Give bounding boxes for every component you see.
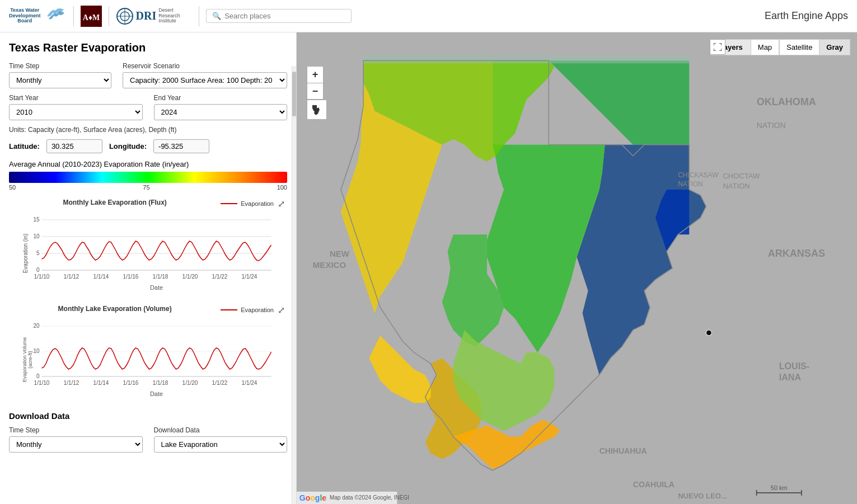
svg-text:A♦M: A♦M [82,13,99,22]
app-title: Earth Engine Apps [765,10,848,22]
end-year-select[interactable]: 2024 [154,104,288,120]
tamu-logo: A♦M [81,6,102,27]
svg-text:5: 5 [36,250,40,256]
svg-text:1/1/16: 1/1/16 [123,274,139,280]
header: Texas Water Development Board A♦M [0,0,857,32]
units-text: Units: Capacity (acre-ft), Surface Area … [9,126,287,134]
zoom-controls: + − [307,66,324,100]
svg-text:NEW: NEW [330,249,350,258]
svg-text:ARKANSAS: ARKANSAS [768,248,825,259]
fullscreen-button[interactable] [710,39,725,55]
logo-separator-3 [199,6,199,26]
chart1-expand-button[interactable]: ⤢ [275,199,287,209]
download-time-step-select[interactable]: Monthly [9,436,143,453]
svg-text:Date: Date [150,284,163,291]
svg-point-59 [706,330,711,336]
colorbar-section: Average Annual (2010-2023) Evaporation R… [9,160,287,191]
download-data-select[interactable]: Lake Evaporation [154,436,288,453]
svg-text:(acre-ft): (acre-ft) [27,351,33,369]
colorbar-labels: 50 75 100 [9,184,287,191]
download-time-step-label: Time Step [9,426,143,434]
chart2-title: Monthly Lake Evaporation (Volume) [9,305,221,313]
search-bar[interactable]: 🔍 [206,9,352,23]
twdb-logo: Texas Water Development Board [9,5,67,27]
map-type-satellite-button[interactable]: Satellite [779,39,819,55]
svg-text:1/1/10: 1/1/10 [34,380,50,386]
download-form-row: Time Step Monthly Download Data Lake Eva… [9,426,287,453]
header-logos: Texas Water Development Board A♦M [9,5,352,27]
start-year-label: Start Year [9,94,143,102]
svg-text:1/1/10: 1/1/10 [34,274,50,280]
end-year-group: End Year 2024 [154,94,288,120]
svg-text:1/1/18: 1/1/18 [153,380,168,386]
svg-text:1/1/18: 1/1/18 [153,274,168,280]
latitude-label: Latitude: [9,142,40,150]
search-input[interactable] [224,12,336,20]
latitude-value: 30.325 [46,139,102,153]
svg-text:1/1/22: 1/1/22 [212,380,228,386]
main-layout: Texas Raster Evaporation Time Step Month… [0,32,857,504]
svg-text:CHOCTAW: CHOCTAW [723,172,760,180]
search-icon: 🔍 [212,12,221,20]
chart2-expand-button[interactable]: ⤢ [275,305,287,315]
svg-text:1/1/12: 1/1/12 [64,274,79,280]
svg-text:LOUIS-: LOUIS- [779,361,809,371]
chart1-title: Monthly Lake Evaporation (Flux) [9,199,221,206]
svg-text:CHICKASAW: CHICKASAW [678,171,719,179]
colorbar-max: 100 [277,184,287,191]
chart2-svg: Evaporation Volume (acre-ft) 20 10 0 1/1… [9,315,287,402]
svg-text:MEXICO: MEXICO [313,260,346,270]
longitude-value: -95.325 [153,139,209,153]
svg-text:1/1/24: 1/1/24 [242,274,257,280]
map-type-gray-button[interactable]: Gray [819,39,850,55]
colorbar [9,172,287,183]
texas-map-svg: OKLAHOMA NATION CHOCTAW NATION CHICKASAW… [297,32,857,504]
reservoir-scenario-label: Reservoir Scenario [123,62,287,70]
start-year-select[interactable]: 2010 [9,104,143,120]
page-title: Texas Raster Evaporation [9,41,287,54]
svg-text:IANA: IANA [779,372,802,382]
svg-text:50 km: 50 km [771,484,788,491]
map-area[interactable]: OKLAHOMA NATION CHOCTAW NATION CHICKASAW… [297,32,857,504]
dri-logo: DRI Desert ResearchInstitute [116,7,193,25]
coord-row: Latitude: 30.325 Longitude: -95.325 [9,139,287,153]
texas-home-button[interactable] [307,100,327,120]
colorbar-min: 50 [9,184,16,191]
zoom-out-button[interactable]: − [307,83,324,100]
download-data-group: Download Data Lake Evaporation [154,426,288,453]
reservoir-scenario-select[interactable]: Capacity: 2000 Surface Area: 100 Depth: … [123,72,287,88]
svg-text:1/1/22: 1/1/22 [212,274,228,280]
svg-text:1/1/24: 1/1/24 [242,380,257,386]
reservoir-scenario-group: Reservoir Scenario Capacity: 2000 Surfac… [123,62,287,88]
svg-text:15: 15 [33,216,40,223]
map-type-map-button[interactable]: Map [751,39,779,55]
svg-text:1/1/16: 1/1/16 [123,380,139,386]
svg-text:NATION: NATION [723,182,750,190]
svg-text:Evaporation (in): Evaporation (in) [22,234,29,274]
form-row-1: Time Step Monthly Reservoir Scenario Cap… [9,62,287,88]
longitude-label: Longitude: [109,142,147,150]
zoom-in-button[interactable]: + [307,66,324,83]
svg-text:1/1/12: 1/1/12 [64,380,79,386]
svg-text:OKLAHOMA: OKLAHOMA [757,96,816,107]
svg-text:0: 0 [36,267,40,273]
svg-text:1/1/14: 1/1/14 [93,380,109,386]
svg-text:10: 10 [33,233,40,239]
start-year-group: Start Year 2010 [9,94,143,120]
logo-separator-1 [73,6,74,26]
svg-text:10: 10 [33,348,40,354]
svg-text:Date: Date [150,390,163,397]
svg-text:1/1/20: 1/1/20 [182,274,198,280]
svg-text:COAHUILA: COAHUILA [633,480,675,489]
chart1-legend: Evaporation [241,200,274,207]
time-step-select[interactable]: Monthly [9,72,111,88]
left-panel: Texas Raster Evaporation Time Step Month… [0,32,297,504]
svg-text:CHIHUAHUA: CHIHUAHUA [600,446,647,455]
svg-text:Evaporation Volume: Evaporation Volume [22,337,27,383]
chart1-area: Evaporation (in) 15 10 5 0 1/1/10 1/1/12 [9,209,287,297]
svg-text:Google: Google [299,493,327,502]
chart1-container: Monthly Lake Evaporation (Flux) Evaporat… [9,199,287,297]
map-controls-top: Layers Map Satellite Gray [711,39,850,55]
chart2-container: Monthly Lake Evaporation (Volume) Evapor… [9,305,287,403]
chart2-legend: Evaporation [241,307,274,313]
